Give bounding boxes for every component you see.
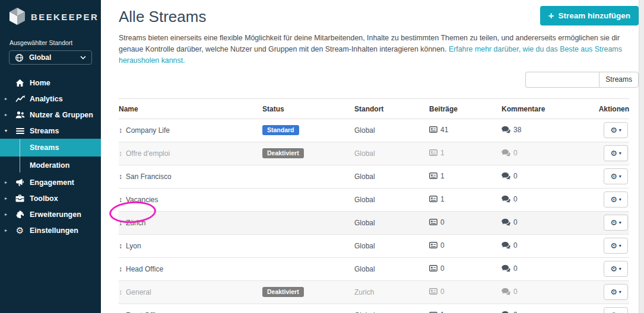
megaphone-icon xyxy=(15,178,25,187)
posts-count: 1 xyxy=(440,149,445,157)
comments-icon xyxy=(502,173,510,180)
gear-icon: ⚙ xyxy=(610,265,617,273)
row-actions-button[interactable]: ⚙▾ xyxy=(604,215,628,231)
status-badge: Deaktiviert xyxy=(262,148,304,159)
sidebar-subitem-moderation[interactable]: Moderation xyxy=(0,156,101,174)
chevron-down-icon xyxy=(80,56,86,59)
posts-count: 1 xyxy=(440,195,445,203)
beekeeper-cube-icon xyxy=(9,8,26,25)
sidebar-item-label: Toolbox xyxy=(30,194,58,203)
drag-handle-icon[interactable]: ↕ xyxy=(119,288,122,296)
sidebar-nav: Home ▸ Analytics ▸ Nutzer & Gruppen ▾ St… xyxy=(0,75,101,238)
stream-name: San Francisco xyxy=(126,173,172,181)
sidebar-subitem-streams[interactable]: Streams xyxy=(0,139,101,156)
table-row: ↕General Deaktiviert Zurich 0 0 ⚙▾ xyxy=(119,280,629,304)
drag-handle-icon[interactable]: ↕ xyxy=(119,173,122,181)
search-input[interactable] xyxy=(525,72,599,88)
posts-count: 1 xyxy=(440,311,445,313)
row-actions-button[interactable]: ⚙▾ xyxy=(604,238,628,254)
sidebar-item-label: Engagement xyxy=(30,178,74,187)
drag-handle-icon[interactable]: ↕ xyxy=(119,265,122,273)
comments-count: 0 xyxy=(513,172,518,180)
streams-table: Name Status Standort Beiträge Kommentare… xyxy=(119,98,629,313)
sidebar-item-einstellungen[interactable]: ▸ ⚙ Einstellungen xyxy=(0,222,101,238)
row-actions-button[interactable]: ⚙▾ xyxy=(604,122,628,138)
col-standort: Standort xyxy=(354,98,429,119)
comments-count: 38 xyxy=(513,126,521,134)
sidebar-subitem-label: Streams xyxy=(30,143,59,152)
streams-icon xyxy=(15,127,25,135)
sidebar-item-label: Home xyxy=(30,79,50,87)
sidebar-item-label: Einstellungen xyxy=(30,226,78,235)
sidebar-item-erweiterungen[interactable]: ▸ Erweiterungen xyxy=(0,206,101,222)
row-actions-button[interactable]: ⚙▾ xyxy=(604,261,628,277)
sidebar-item-streams[interactable]: ▾ Streams xyxy=(0,123,101,139)
table-row: ↕San Francisco Global 1 0 ⚙▾ xyxy=(119,165,629,188)
posts-count: 0 xyxy=(440,218,445,226)
posts-count: 1 xyxy=(440,172,445,180)
row-actions-button[interactable]: ⚙▾ xyxy=(604,168,628,184)
posts-icon xyxy=(429,288,437,295)
drag-handle-icon[interactable]: ↕ xyxy=(119,196,122,204)
sidebar-item-analytics[interactable]: ▸ Analytics xyxy=(0,91,101,107)
analytics-icon xyxy=(15,95,25,103)
comments-icon xyxy=(502,242,510,249)
sidebar-item-toolbox[interactable]: ▸ Toolbox xyxy=(0,190,101,206)
comments-count: 0 xyxy=(513,195,518,203)
posts-icon xyxy=(429,173,437,179)
caret-right-icon: ▸ xyxy=(5,112,11,117)
page-description: Streams bieten einerseits eine flexible … xyxy=(119,33,639,66)
stream-name: General xyxy=(126,288,151,296)
standort-value: Zurich xyxy=(354,280,429,304)
beekeeper-logo: BEEKEEPER xyxy=(0,0,101,25)
table-row: ↕Lyon Global 0 0 ⚙▾ xyxy=(119,234,629,257)
stream-name: Vacancies xyxy=(126,196,158,204)
caret-down-icon: ▾ xyxy=(619,128,621,133)
drag-handle-icon[interactable]: ↕ xyxy=(119,219,122,227)
caret-down-icon: ▾ xyxy=(619,151,621,156)
toolbox-icon xyxy=(15,194,25,202)
comments-count: 0 xyxy=(513,241,518,250)
stream-name: Head Office xyxy=(126,265,163,273)
posts-icon xyxy=(429,149,437,156)
drag-handle-icon[interactable]: ↕ xyxy=(119,242,122,250)
search-group: Streams xyxy=(119,72,639,88)
standort-value: Global xyxy=(354,211,429,234)
sidebar-item-engagement[interactable]: ▸ Engagement xyxy=(0,174,101,190)
comments-count: 0 xyxy=(513,311,518,313)
scrollbar[interactable] xyxy=(639,0,644,313)
caret-down-icon: ▾ xyxy=(619,290,621,295)
location-dropdown[interactable]: Global xyxy=(9,50,92,65)
comments-icon xyxy=(502,196,510,203)
search-streams-button[interactable]: Streams xyxy=(599,72,639,88)
plus-icon: + xyxy=(548,11,554,21)
table-row: ↕Vacancies Global 1 0 ⚙▾ xyxy=(119,188,629,211)
globe-icon xyxy=(15,53,24,62)
gear-icon: ⚙ xyxy=(610,196,617,203)
drag-handle-icon[interactable]: ↕ xyxy=(119,126,122,135)
sidebar-item-nutzer-gruppen[interactable]: ▸ Nutzer & Gruppen xyxy=(0,107,101,123)
sidebar-item-home[interactable]: Home xyxy=(0,75,101,91)
drag-handle-icon[interactable]: ↕ xyxy=(119,149,122,158)
gear-icon: ⚙ xyxy=(610,219,617,226)
standort-value: Global xyxy=(354,257,429,280)
submenu-guide-line xyxy=(20,139,20,173)
table-row: ↕Offre d'emploi Deaktiviert Global 1 0 ⚙… xyxy=(119,142,629,165)
posts-count: 0 xyxy=(440,241,445,250)
status-badge: Standard xyxy=(262,125,299,136)
row-actions-button[interactable]: ⚙▾ xyxy=(604,284,628,300)
table-row: ↕Front Office Global 1 0 ⚙▾ xyxy=(119,304,629,313)
add-stream-button[interactable]: + Stream hinzufügen xyxy=(540,6,639,25)
table-row: ↕Head Office Global 0 0 ⚙▾ xyxy=(119,257,629,280)
stream-name: Offre d'emploi xyxy=(126,149,170,158)
row-actions-button[interactable]: ⚙▾ xyxy=(604,145,628,161)
caret-down-icon: ▾ xyxy=(619,267,621,272)
puzzle-icon xyxy=(15,210,25,219)
gear-icon: ⚙ xyxy=(15,226,25,235)
stream-name: Zürich xyxy=(126,219,145,227)
caret-down-icon: ▾ xyxy=(619,197,621,202)
row-actions-button[interactable]: ⚙▾ xyxy=(604,307,628,313)
stream-name: Lyon xyxy=(126,242,141,250)
row-actions-button[interactable]: ⚙▾ xyxy=(604,191,628,207)
comments-count: 0 xyxy=(513,218,518,226)
